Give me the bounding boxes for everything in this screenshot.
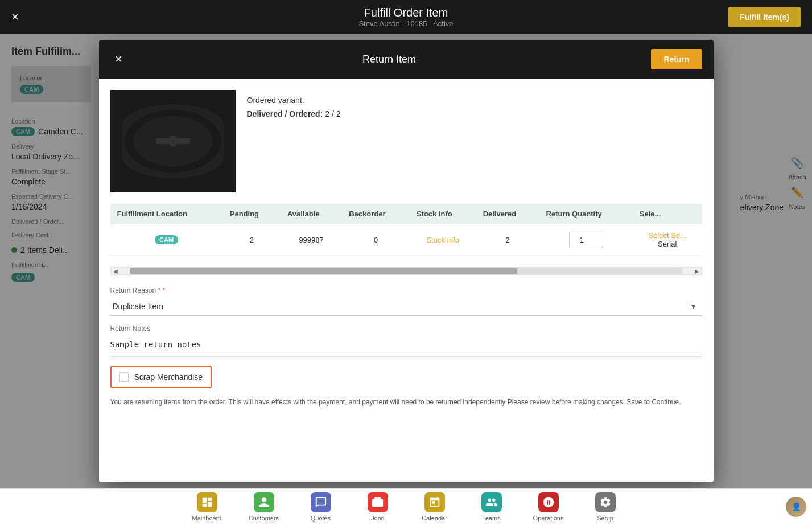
scrap-merchandise-wrapper[interactable]: Scrap Merchandise [110,366,212,388]
cell-stock-info[interactable]: Stock Info [410,224,476,256]
select-serial-link[interactable]: Select Se... [648,231,686,240]
scroll-thumb [130,268,517,274]
teams-label: Teams [482,515,500,522]
quotes-icon [311,492,331,512]
modal-close-button[interactable]: × [110,52,127,67]
cell-pending: 2 [223,224,281,256]
top-bar-title: Fulfill Order Item Steve Austin - 10185 … [358,6,453,28]
col-return-quantity: Return Quantity [539,204,633,224]
cell-available: 999987 [281,224,342,256]
notes-divider [110,356,702,357]
top-bar: × Fulfill Order Item Steve Austin - 1018… [0,0,812,34]
col-backorder: Backorder [342,204,410,224]
ordered-variant-label: Ordered variant. [247,96,341,105]
table-row: CAM 2 999987 0 Stock Info 2 [110,224,702,256]
modal-body[interactable]: Ordered variant. Delivered / Ordered: 2 … [99,79,714,482]
col-pending: Pending [223,204,281,224]
mainboard-label: Mainboard [192,515,222,522]
teams-icon [481,492,502,512]
warning-text: You are returning items from the order. … [110,397,702,407]
setup-icon [595,492,616,512]
return-notes-label: Return Notes [110,325,702,333]
scrap-merchandise-label: Scrap Merchandise [134,372,203,382]
delivered-ordered-label: Delivered / Ordered: 2 / 2 [247,109,341,118]
cell-delivered: 2 [476,224,539,256]
nav-item-operations[interactable]: Operations [520,487,577,525]
product-section: Ordered variant. Delivered / Ordered: 2 … [110,90,702,192]
return-reason-label: Return Reason * [110,286,702,294]
nav-item-quotes[interactable]: Quotes [292,487,349,525]
setup-label: Setup [597,515,613,522]
product-image [110,90,236,192]
return-notes-textarea[interactable]: Sample return notes [110,335,702,354]
nav-item-jobs[interactable]: Jobs [349,487,406,525]
jobs-label: Jobs [371,515,384,522]
bottom-nav: Mainboard Customers Quotes Jobs Calendar… [0,488,812,525]
return-reason-select-wrapper[interactable]: Duplicate Item Damaged Wrong Item Change… [110,297,702,316]
page-title: Fulfill Order Item [358,6,453,19]
nav-item-calendar[interactable]: Calendar [406,487,463,525]
page-subtitle: Steve Austin - 10185 - Active [358,19,453,28]
col-select: Sele... [633,204,702,224]
top-bar-close-button[interactable]: × [11,10,19,24]
customers-icon [254,492,274,512]
col-delivered: Delivered [476,204,539,224]
product-info: Ordered variant. Delivered / Ordered: 2 … [247,90,341,192]
cell-location: CAM [110,224,223,256]
modal-header: × Return Item Return [99,40,714,79]
modal-return-button[interactable]: Return [651,49,702,69]
return-reason-group: Return Reason * Duplicate Item Damaged W… [110,286,702,316]
cell-select[interactable]: Select Se... Serial [633,224,702,256]
col-fulfillment-location: Fulfillment Location [110,204,223,224]
calendar-label: Calendar [422,515,447,522]
nav-item-teams[interactable]: Teams [463,487,520,525]
product-image-inner [122,104,224,178]
scrap-merchandise-checkbox[interactable] [119,372,129,382]
modal-overlay: × Return Item Return [0,34,812,488]
horizontal-scrollbar[interactable]: ◀ ▶ [110,267,702,275]
col-stock-info: Stock Info [410,204,476,224]
scroll-left-arrow[interactable]: ◀ [111,268,120,274]
nav-item-setup[interactable]: Setup [577,487,634,525]
nav-item-mainboard[interactable]: Mainboard [179,487,236,525]
customers-label: Customers [249,515,279,522]
table-header-row: Fulfillment Location Pending Available B… [110,204,702,224]
fulfillment-table: Fulfillment Location Pending Available B… [110,204,702,256]
user-avatar[interactable]: 👤 [786,497,806,517]
modal-title: Return Item [127,54,652,65]
mainboard-icon [197,492,217,512]
avatar-inner: 👤 [786,497,806,517]
scroll-track[interactable] [130,268,682,274]
stock-info-link[interactable]: Stock Info [426,236,459,244]
nav-item-customers[interactable]: Customers [236,487,292,525]
cell-backorder: 0 [342,224,410,256]
return-item-modal: × Return Item Return [99,40,714,482]
table-cam-badge: CAM [155,235,178,244]
fulfill-items-button[interactable]: Fulfill Item(s) [728,7,801,27]
calendar-icon [424,492,445,512]
scroll-right-arrow[interactable]: ▶ [693,268,702,274]
cell-return-quantity[interactable] [539,224,633,256]
operations-label: Operations [533,515,564,522]
quotes-label: Quotes [311,515,331,522]
return-quantity-input[interactable] [569,232,603,248]
return-reason-select[interactable]: Duplicate Item Damaged Wrong Item Change… [110,297,702,315]
jobs-icon [368,492,388,512]
serial-label: Serial [658,240,677,248]
svg-rect-3 [170,136,176,147]
return-notes-group: Return Notes Sample return notes [110,325,702,357]
operations-icon [538,492,559,512]
col-available: Available [281,204,342,224]
